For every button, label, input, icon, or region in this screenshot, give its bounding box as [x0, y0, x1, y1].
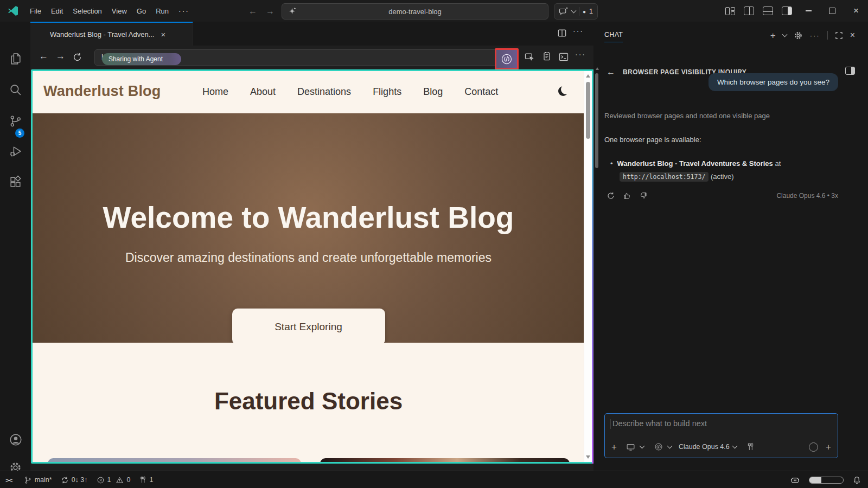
site-link-about[interactable]: About — [250, 86, 276, 98]
site-brand[interactable]: Wanderlust Blog — [43, 83, 161, 100]
chat-sessions-button[interactable]: ● 1 — [554, 3, 598, 20]
menu-file[interactable]: File — [25, 7, 46, 15]
agent-mode-icon[interactable] — [654, 442, 663, 451]
model-picker[interactable]: Claude Opus 4.6 — [679, 443, 737, 451]
project-name: demo-travel-blog — [388, 8, 442, 16]
page-notes-icon[interactable] — [541, 51, 552, 62]
browser-toolbar: ← → http://localhost:5173/ Sharing with … — [30, 46, 593, 70]
history-forward-icon[interactable]: → — [264, 7, 276, 16]
page-state: (active) — [711, 172, 734, 181]
toolbar-more-icon[interactable]: ··· — [575, 50, 586, 59]
site-link-home[interactable]: Home — [202, 86, 228, 98]
open-in-editor-icon[interactable] — [845, 67, 855, 75]
history-back-icon[interactable]: ← — [247, 7, 259, 16]
scroll-up-icon[interactable] — [586, 74, 590, 78]
thumbs-down-icon[interactable] — [639, 191, 648, 200]
close-chat-icon[interactable]: × — [850, 30, 855, 40]
notifications-bell-icon[interactable] — [852, 476, 861, 485]
editor-actions-more-icon[interactable]: ··· — [573, 27, 584, 35]
menu-go[interactable]: Go — [132, 7, 151, 15]
agent-mode-chevron-icon[interactable] — [667, 444, 672, 449]
toggle-secondary-sidebar-icon[interactable] — [782, 7, 792, 15]
window-maximize-button[interactable] — [820, 0, 844, 22]
sync-indicator[interactable]: 0↓ 3↑ — [61, 476, 88, 484]
story-card-image — [320, 458, 570, 462]
run-debug-icon[interactable] — [9, 145, 22, 158]
chat-panel-title[interactable]: CHAT — [604, 31, 623, 42]
open-external-browser-icon[interactable] — [524, 52, 535, 62]
site-link-flights[interactable]: Flights — [373, 86, 401, 98]
chat-scroll-up-icon[interactable] — [596, 67, 599, 70]
error-count: 1 — [107, 476, 111, 484]
browser-forward-icon[interactable]: → — [56, 51, 65, 62]
branch-name: main* — [35, 476, 52, 484]
agent-slash-icon — [501, 53, 513, 65]
split-editor-icon[interactable] — [744, 7, 754, 15]
chat-more-icon[interactable]: ··· — [810, 31, 820, 40]
new-chat-icon[interactable]: + — [770, 31, 776, 40]
chat-scrollbar-thumb[interactable] — [595, 73, 598, 168]
extensions-icon[interactable] — [9, 175, 22, 189]
browser-back-icon[interactable]: ← — [39, 51, 48, 62]
explorer-icon[interactable] — [9, 52, 22, 66]
menu-view[interactable]: View — [107, 7, 132, 15]
thread-back-icon[interactable]: ← — [607, 67, 615, 77]
command-center-search[interactable]: demo-travel-blog — [282, 3, 548, 20]
tools-indicator[interactable]: 1 — [139, 476, 153, 484]
split-editor-icon[interactable] — [557, 28, 567, 38]
window-close-button[interactable]: × — [844, 0, 868, 22]
window-minimize-button[interactable] — [796, 0, 820, 22]
page-url-chip[interactable]: http://localhost:5173/ — [620, 172, 709, 182]
menu-selection[interactable]: Selection — [68, 7, 106, 15]
tab-close-icon[interactable]: × — [161, 30, 165, 39]
text-caret — [610, 419, 610, 429]
start-exploring-button[interactable]: Start Exploring — [232, 309, 385, 345]
tools-icon[interactable] — [746, 442, 755, 451]
send-icon[interactable]: + — [826, 442, 831, 452]
problems-indicator[interactable]: 1 0 — [97, 476, 131, 484]
new-chat-chevron-icon[interactable] — [782, 32, 787, 37]
screen-share-chevron-icon[interactable] — [639, 444, 644, 449]
story-card-image — [48, 458, 301, 462]
toggle-panel-icon[interactable] — [763, 7, 773, 15]
titlebar-center: ← → demo-travel-blog ● 1 — [247, 3, 598, 20]
source-control-icon[interactable] — [9, 114, 22, 128]
attach-context-icon[interactable]: + — [611, 442, 617, 452]
remote-indicator[interactable]: >< — [5, 476, 12, 484]
featured-heading: Featured Stories — [33, 388, 584, 415]
site-link-destinations[interactable]: Destinations — [297, 86, 351, 98]
browser-page-list-item: •Wanderlust Blog - Travel Adventures & S… — [610, 157, 838, 183]
input-right-actions: + — [809, 442, 831, 452]
agent-share-highlight[interactable] — [495, 48, 519, 70]
copilot-status-icon[interactable] — [790, 475, 800, 485]
menu-overflow-icon[interactable]: ··· — [174, 7, 194, 15]
site-link-contact[interactable]: Contact — [464, 86, 498, 98]
warning-count: 0 — [126, 476, 130, 484]
screen-share-icon[interactable] — [626, 442, 635, 452]
bullet-icon: • — [610, 159, 613, 168]
branch-indicator[interactable]: main* — [24, 476, 52, 484]
account-icon[interactable] — [9, 433, 23, 447]
site-link-blog[interactable]: Blog — [423, 86, 443, 98]
wanderlust-site: Wanderlust Blog Home About Destinations … — [33, 71, 592, 462]
git-branch-icon — [24, 476, 32, 484]
dark-mode-toggle-moon-icon[interactable] — [558, 86, 568, 96]
scroll-down-icon[interactable] — [586, 455, 590, 459]
tab-wanderlust-blog[interactable]: Wanderlust Blog - Travel Adven... × — [30, 22, 193, 46]
scrollbar-thumb[interactable] — [586, 82, 590, 139]
voice-record-icon[interactable] — [809, 442, 818, 452]
chat-input-field[interactable] — [611, 419, 831, 428]
browser-reload-icon[interactable] — [72, 52, 82, 62]
console-icon[interactable] — [558, 52, 569, 62]
menu-run[interactable]: Run — [151, 7, 174, 15]
chat-input-box[interactable]: + Claude Opus 4.6 + — [604, 413, 838, 458]
search-icon[interactable] — [9, 83, 22, 97]
retry-icon[interactable] — [607, 191, 615, 200]
site-scrollbar[interactable] — [584, 71, 592, 462]
menu-edit[interactable]: Edit — [46, 7, 68, 15]
chat-settings-gear-icon[interactable] — [794, 31, 803, 40]
customize-layout-icon[interactable] — [725, 7, 735, 15]
maximize-chat-icon[interactable] — [835, 31, 843, 40]
tab-title: Wanderlust Blog - Travel Adven... — [50, 30, 154, 38]
thumbs-up-icon[interactable] — [623, 191, 631, 200]
